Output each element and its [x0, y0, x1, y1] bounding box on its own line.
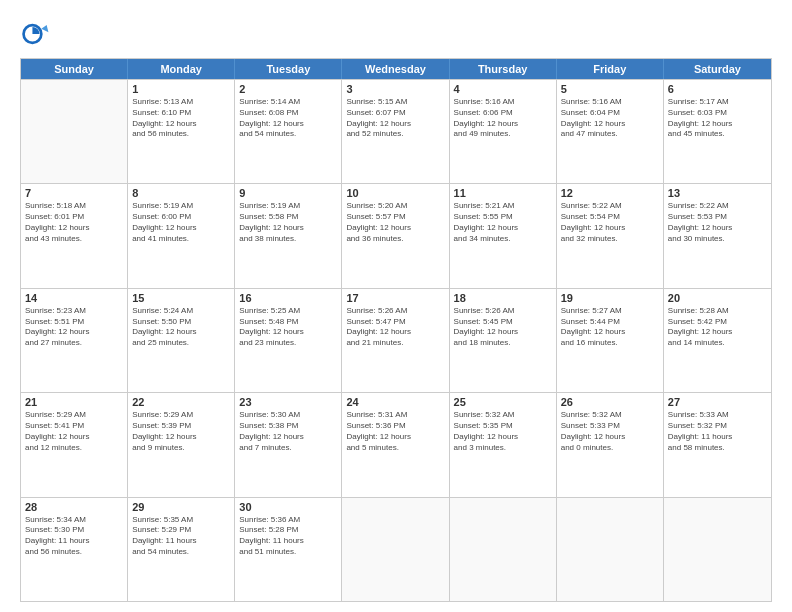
calendar-cell: 23Sunrise: 5:30 AM Sunset: 5:38 PM Dayli… [235, 393, 342, 496]
day-number: 14 [25, 292, 123, 304]
day-number: 7 [25, 187, 123, 199]
calendar-cell: 12Sunrise: 5:22 AM Sunset: 5:54 PM Dayli… [557, 184, 664, 287]
calendar-row-2: 7Sunrise: 5:18 AM Sunset: 6:01 PM Daylig… [21, 183, 771, 287]
calendar-header: SundayMondayTuesdayWednesdayThursdayFrid… [21, 59, 771, 79]
day-number: 12 [561, 187, 659, 199]
day-number: 21 [25, 396, 123, 408]
day-info: Sunrise: 5:24 AM Sunset: 5:50 PM Dayligh… [132, 306, 230, 349]
day-number: 28 [25, 501, 123, 513]
header-cell-thursday: Thursday [450, 59, 557, 79]
day-number: 16 [239, 292, 337, 304]
calendar-row-5: 28Sunrise: 5:34 AM Sunset: 5:30 PM Dayli… [21, 497, 771, 601]
day-info: Sunrise: 5:26 AM Sunset: 5:45 PM Dayligh… [454, 306, 552, 349]
calendar-cell: 15Sunrise: 5:24 AM Sunset: 5:50 PM Dayli… [128, 289, 235, 392]
calendar-cell: 5Sunrise: 5:16 AM Sunset: 6:04 PM Daylig… [557, 80, 664, 183]
calendar-cell: 18Sunrise: 5:26 AM Sunset: 5:45 PM Dayli… [450, 289, 557, 392]
day-info: Sunrise: 5:30 AM Sunset: 5:38 PM Dayligh… [239, 410, 337, 453]
calendar-cell: 21Sunrise: 5:29 AM Sunset: 5:41 PM Dayli… [21, 393, 128, 496]
calendar-cell: 1Sunrise: 5:13 AM Sunset: 6:10 PM Daylig… [128, 80, 235, 183]
calendar-cell [557, 498, 664, 601]
calendar-cell: 20Sunrise: 5:28 AM Sunset: 5:42 PM Dayli… [664, 289, 771, 392]
logo [20, 18, 56, 50]
calendar-cell: 11Sunrise: 5:21 AM Sunset: 5:55 PM Dayli… [450, 184, 557, 287]
day-info: Sunrise: 5:14 AM Sunset: 6:08 PM Dayligh… [239, 97, 337, 140]
header-cell-wednesday: Wednesday [342, 59, 449, 79]
calendar-cell: 9Sunrise: 5:19 AM Sunset: 5:58 PM Daylig… [235, 184, 342, 287]
day-number: 20 [668, 292, 767, 304]
header-cell-monday: Monday [128, 59, 235, 79]
day-info: Sunrise: 5:23 AM Sunset: 5:51 PM Dayligh… [25, 306, 123, 349]
calendar-row-1: 1Sunrise: 5:13 AM Sunset: 6:10 PM Daylig… [21, 79, 771, 183]
day-number: 2 [239, 83, 337, 95]
day-info: Sunrise: 5:29 AM Sunset: 5:41 PM Dayligh… [25, 410, 123, 453]
calendar-cell: 24Sunrise: 5:31 AM Sunset: 5:36 PM Dayli… [342, 393, 449, 496]
day-number: 1 [132, 83, 230, 95]
header-cell-sunday: Sunday [21, 59, 128, 79]
day-number: 9 [239, 187, 337, 199]
calendar-cell: 7Sunrise: 5:18 AM Sunset: 6:01 PM Daylig… [21, 184, 128, 287]
day-number: 5 [561, 83, 659, 95]
calendar-cell [450, 498, 557, 601]
calendar-cell: 30Sunrise: 5:36 AM Sunset: 5:28 PM Dayli… [235, 498, 342, 601]
header-cell-tuesday: Tuesday [235, 59, 342, 79]
day-info: Sunrise: 5:32 AM Sunset: 5:33 PM Dayligh… [561, 410, 659, 453]
day-number: 11 [454, 187, 552, 199]
calendar-cell: 22Sunrise: 5:29 AM Sunset: 5:39 PM Dayli… [128, 393, 235, 496]
day-number: 17 [346, 292, 444, 304]
calendar-cell: 3Sunrise: 5:15 AM Sunset: 6:07 PM Daylig… [342, 80, 449, 183]
day-number: 22 [132, 396, 230, 408]
day-info: Sunrise: 5:15 AM Sunset: 6:07 PM Dayligh… [346, 97, 444, 140]
day-info: Sunrise: 5:21 AM Sunset: 5:55 PM Dayligh… [454, 201, 552, 244]
calendar-cell: 16Sunrise: 5:25 AM Sunset: 5:48 PM Dayli… [235, 289, 342, 392]
calendar-cell [664, 498, 771, 601]
calendar-cell: 17Sunrise: 5:26 AM Sunset: 5:47 PM Dayli… [342, 289, 449, 392]
calendar-cell: 2Sunrise: 5:14 AM Sunset: 6:08 PM Daylig… [235, 80, 342, 183]
day-number: 15 [132, 292, 230, 304]
calendar-cell: 25Sunrise: 5:32 AM Sunset: 5:35 PM Dayli… [450, 393, 557, 496]
day-info: Sunrise: 5:13 AM Sunset: 6:10 PM Dayligh… [132, 97, 230, 140]
day-number: 18 [454, 292, 552, 304]
day-number: 6 [668, 83, 767, 95]
day-info: Sunrise: 5:19 AM Sunset: 6:00 PM Dayligh… [132, 201, 230, 244]
day-info: Sunrise: 5:25 AM Sunset: 5:48 PM Dayligh… [239, 306, 337, 349]
calendar-cell: 6Sunrise: 5:17 AM Sunset: 6:03 PM Daylig… [664, 80, 771, 183]
header-cell-saturday: Saturday [664, 59, 771, 79]
day-info: Sunrise: 5:27 AM Sunset: 5:44 PM Dayligh… [561, 306, 659, 349]
day-info: Sunrise: 5:29 AM Sunset: 5:39 PM Dayligh… [132, 410, 230, 453]
day-info: Sunrise: 5:16 AM Sunset: 6:04 PM Dayligh… [561, 97, 659, 140]
day-info: Sunrise: 5:32 AM Sunset: 5:35 PM Dayligh… [454, 410, 552, 453]
calendar-cell: 4Sunrise: 5:16 AM Sunset: 6:06 PM Daylig… [450, 80, 557, 183]
header-cell-friday: Friday [557, 59, 664, 79]
day-info: Sunrise: 5:22 AM Sunset: 5:54 PM Dayligh… [561, 201, 659, 244]
calendar-cell: 8Sunrise: 5:19 AM Sunset: 6:00 PM Daylig… [128, 184, 235, 287]
day-info: Sunrise: 5:22 AM Sunset: 5:53 PM Dayligh… [668, 201, 767, 244]
calendar-cell: 14Sunrise: 5:23 AM Sunset: 5:51 PM Dayli… [21, 289, 128, 392]
day-info: Sunrise: 5:20 AM Sunset: 5:57 PM Dayligh… [346, 201, 444, 244]
day-number: 13 [668, 187, 767, 199]
day-info: Sunrise: 5:35 AM Sunset: 5:29 PM Dayligh… [132, 515, 230, 558]
calendar-row-4: 21Sunrise: 5:29 AM Sunset: 5:41 PM Dayli… [21, 392, 771, 496]
day-info: Sunrise: 5:19 AM Sunset: 5:58 PM Dayligh… [239, 201, 337, 244]
day-number: 30 [239, 501, 337, 513]
calendar: SundayMondayTuesdayWednesdayThursdayFrid… [20, 58, 772, 602]
day-number: 27 [668, 396, 767, 408]
day-info: Sunrise: 5:17 AM Sunset: 6:03 PM Dayligh… [668, 97, 767, 140]
calendar-cell: 13Sunrise: 5:22 AM Sunset: 5:53 PM Dayli… [664, 184, 771, 287]
day-number: 4 [454, 83, 552, 95]
day-info: Sunrise: 5:16 AM Sunset: 6:06 PM Dayligh… [454, 97, 552, 140]
day-number: 23 [239, 396, 337, 408]
calendar-body: 1Sunrise: 5:13 AM Sunset: 6:10 PM Daylig… [21, 79, 771, 601]
day-info: Sunrise: 5:31 AM Sunset: 5:36 PM Dayligh… [346, 410, 444, 453]
day-info: Sunrise: 5:18 AM Sunset: 6:01 PM Dayligh… [25, 201, 123, 244]
day-info: Sunrise: 5:33 AM Sunset: 5:32 PM Dayligh… [668, 410, 767, 453]
day-info: Sunrise: 5:34 AM Sunset: 5:30 PM Dayligh… [25, 515, 123, 558]
calendar-cell: 29Sunrise: 5:35 AM Sunset: 5:29 PM Dayli… [128, 498, 235, 601]
calendar-cell [21, 80, 128, 183]
calendar-cell: 19Sunrise: 5:27 AM Sunset: 5:44 PM Dayli… [557, 289, 664, 392]
day-info: Sunrise: 5:36 AM Sunset: 5:28 PM Dayligh… [239, 515, 337, 558]
calendar-cell: 26Sunrise: 5:32 AM Sunset: 5:33 PM Dayli… [557, 393, 664, 496]
day-number: 3 [346, 83, 444, 95]
calendar-cell: 27Sunrise: 5:33 AM Sunset: 5:32 PM Dayli… [664, 393, 771, 496]
calendar-cell: 28Sunrise: 5:34 AM Sunset: 5:30 PM Dayli… [21, 498, 128, 601]
day-number: 24 [346, 396, 444, 408]
